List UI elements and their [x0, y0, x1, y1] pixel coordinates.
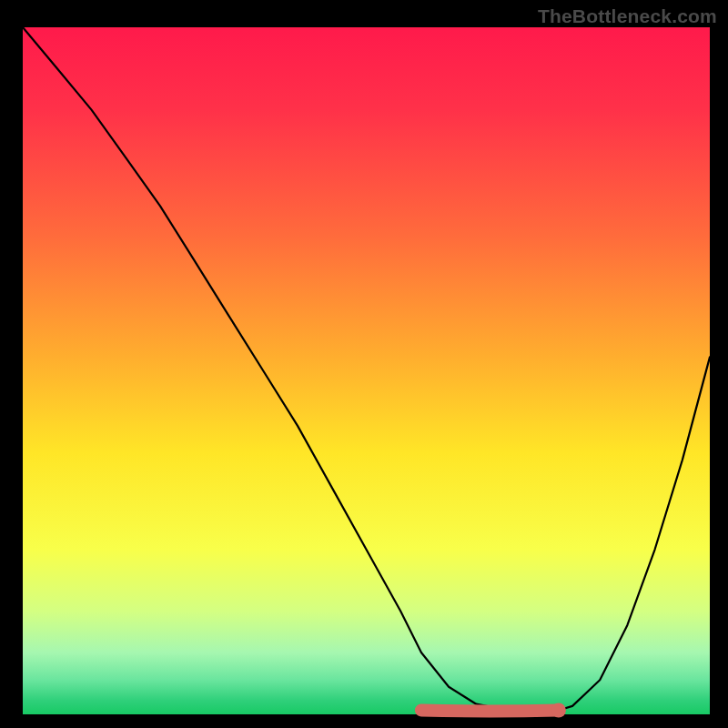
watermark-text: TheBottleneck.com: [538, 5, 717, 27]
plot-background: [23, 27, 710, 714]
optimal-point-dot: [551, 703, 566, 718]
chart-stage: TheBottleneck.com: [0, 0, 728, 728]
chart-svg: [0, 0, 728, 728]
optimal-range-marker: [421, 711, 559, 712]
